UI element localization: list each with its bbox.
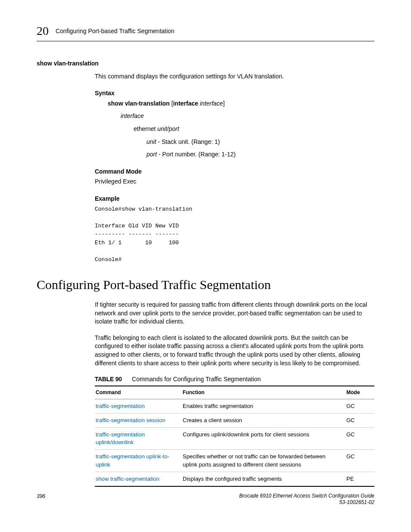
syntax-label: Syntax <box>95 89 374 98</box>
syntax-param-desc: unit - Stack unit. (Range: 1) <box>146 138 374 146</box>
th-command: Command <box>95 386 182 399</box>
syntax-param: ethernet unit/port <box>134 125 374 134</box>
syntax-text: - Stack unit. (Range: 1) <box>156 138 220 145</box>
table-cell: Configures uplink/downlink ports for cli… <box>182 427 346 449</box>
table-cell: GC <box>346 427 374 449</box>
console-output: Console#show vlan-translation Interface … <box>95 205 374 264</box>
table-label: TABLE 90 <box>95 376 122 383</box>
table-cell: Displays the configured traffic segments <box>182 472 346 486</box>
table-caption: TABLE 90 Commands for Configuring Traffi… <box>95 375 374 384</box>
syntax-italic: port <box>146 151 157 158</box>
command-mode-label: Command Mode <box>95 168 374 176</box>
example-label: Example <box>95 195 374 203</box>
section-heading: Configuring Port-based Traffic Segmentat… <box>37 276 374 294</box>
table-cell: Creates a client session <box>182 413 346 427</box>
chapter-title: Configuring Port-based Traffic Segmentat… <box>56 28 174 34</box>
page-number: 396 <box>37 493 45 500</box>
chapter-number: 20 <box>37 24 49 37</box>
footer-book-info: Brocade 6910 Ethernet Access Switch Conf… <box>239 493 374 506</box>
syntax-keyword: show vlan-translation <box>108 100 170 107</box>
command-link[interactable]: traffic-segmentation uplink/downlink <box>96 431 145 445</box>
page-header: 20 Configuring Port-based Traffic Segmen… <box>37 22 374 41</box>
table-header-row: Command Function Mode <box>95 386 374 399</box>
th-function: Function <box>182 386 346 399</box>
table-cell: Specifies whether or not traffic can be … <box>182 450 346 472</box>
syntax-text: ] <box>223 100 225 107</box>
command-description: This command displays the configuration … <box>95 72 374 81</box>
body-paragraph: Traffic belonging to each client is isol… <box>95 334 374 367</box>
command-link[interactable]: traffic-segmentation <box>96 403 145 409</box>
command-heading: show vlan-translation <box>37 59 374 68</box>
syntax-keyword: interface <box>173 100 198 107</box>
command-link[interactable]: traffic-segmentation session <box>96 417 165 423</box>
body-paragraph: If tighter security is required for pass… <box>95 301 374 326</box>
syntax-line: show vlan-translation [interface interfa… <box>108 100 374 108</box>
syntax-text: [ <box>170 100 173 107</box>
table-row: traffic-segmentation session Creates a c… <box>95 413 374 427</box>
command-table: Command Function Mode traffic-segmentati… <box>95 386 374 487</box>
table-cell: PE <box>346 472 374 486</box>
command-mode-value: Privileged Exec <box>95 177 374 186</box>
table-cell: GC <box>346 450 374 472</box>
table-row: traffic-segmentation Enables traffic seg… <box>95 399 374 413</box>
page-footer: 396 Brocade 6910 Ethernet Access Switch … <box>37 493 374 506</box>
book-title: Brocade 6910 Ethernet Access Switch Conf… <box>239 493 374 499</box>
table-cell: GC <box>346 413 374 427</box>
table-title: Commands for Configuring Traffic Segment… <box>132 376 261 383</box>
syntax-param: interface <box>121 112 374 121</box>
doc-id: 53-1002651-02 <box>339 499 374 505</box>
syntax-text: - Port number. (Range: 1-12) <box>157 151 236 158</box>
table-cell: Enables traffic segmentation <box>182 399 346 413</box>
command-link[interactable]: traffic-segmentation uplink-to-uplink <box>96 453 169 467</box>
th-mode: Mode <box>346 386 374 399</box>
syntax-param-desc: port - Port number. (Range: 1-12) <box>146 150 374 159</box>
command-link[interactable]: show traffic-segmentation <box>96 476 159 482</box>
syntax-italic: unit/port <box>156 125 179 132</box>
syntax-keyword: ethernet <box>134 125 156 132</box>
table-row: traffic-segmentation uplink-to-uplink Sp… <box>95 450 374 472</box>
table-cell: GC <box>346 399 374 413</box>
table-row: show traffic-segmentation Displays the c… <box>95 472 374 486</box>
table-row: traffic-segmentation uplink/downlink Con… <box>95 427 374 449</box>
syntax-italic: interface <box>200 100 223 107</box>
page-content: show vlan-translation This command displ… <box>37 59 374 487</box>
syntax-italic: unit <box>146 138 156 145</box>
